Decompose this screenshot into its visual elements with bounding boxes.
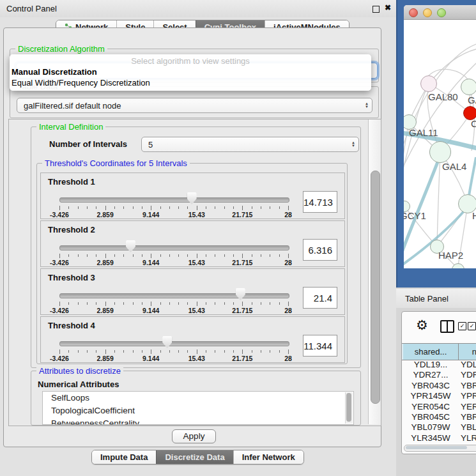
slider-thumb[interactable] [162, 336, 172, 348]
cell-name[interactable]: YER0 [461, 402, 476, 411]
slider-tick [288, 349, 289, 354]
stepper-icon: ▲▼ [348, 141, 358, 148]
gear-icon[interactable]: ⚙ [416, 318, 428, 333]
numerical-attributes-list[interactable]: SelfLoopsTopologicalCoefficientBetweenne… [42, 391, 354, 425]
cell-name[interactable]: YPR1 [461, 391, 476, 401]
attribute-list-item[interactable]: BetweennessCentrality [43, 417, 353, 425]
slider-tick [197, 206, 197, 210]
threshold-3-slider[interactable] [59, 288, 288, 301]
cell-name[interactable]: YBR0 [461, 381, 476, 390]
numerical-attributes-label: Numerical Attributes [38, 380, 119, 389]
table-row[interactable]: YDL19...YDL1 [402, 360, 476, 370]
cell-name[interactable]: YBL0 [461, 422, 476, 432]
network-node[interactable] [420, 75, 437, 92]
minimize-traffic-light-icon[interactable] [423, 8, 432, 17]
slider-track[interactable] [59, 341, 289, 346]
cell-name[interactable]: YDR2 [461, 370, 476, 380]
list-scrollbar[interactable] [345, 392, 353, 424]
slider-thumb[interactable] [236, 288, 245, 300]
network-node[interactable] [429, 141, 451, 163]
slider-tick [151, 302, 151, 306]
cell-name[interactable]: YDL1 [461, 360, 476, 369]
cell-shared-name[interactable]: YDR27... [404, 370, 457, 380]
attribute-list-item[interactable]: SelfLoops [43, 392, 353, 404]
window-title: Control Panel [6, 4, 57, 13]
slider-tick [59, 302, 60, 306]
settings-vertical-scrollbar[interactable] [368, 119, 381, 424]
threshold-3-value[interactable]: 21.4 [303, 287, 337, 309]
dropdown-option-manual[interactable]: Manual Discretization [10, 66, 371, 77]
attribute-list-item[interactable]: TopologicalCoefficient [43, 404, 353, 417]
slider-tick [242, 254, 243, 258]
tab-infer-network[interactable]: Infer Network [233, 450, 303, 464]
slider-thumb[interactable] [126, 240, 135, 252]
table-row[interactable]: YBL079WYBL0 [402, 422, 476, 433]
slider-tick [224, 350, 225, 353]
cell-shared-name[interactable]: YBR043C [404, 381, 457, 390]
threshold-4-value[interactable]: 11.344 [303, 335, 337, 357]
threshold-1-value[interactable]: 14.713 [303, 191, 337, 213]
threshold-2-value[interactable]: 6.316 [303, 239, 337, 261]
threshold-1-slider[interactable] [59, 192, 288, 205]
table-row[interactable]: YBR043CYBR0 [402, 381, 476, 391]
slider-tick [187, 254, 188, 257]
float-window-icon[interactable] [372, 6, 380, 13]
slider-tick-label: 2.859 [96, 355, 113, 362]
column-header-name[interactable]: na [459, 344, 476, 360]
slider-tick [288, 254, 289, 258]
checkbox-icon[interactable]: ✓ [468, 322, 476, 330]
checkbox-icon[interactable]: ✓ [458, 322, 466, 330]
table-row[interactable]: YER054CYER0 [402, 402, 476, 412]
cell-shared-name[interactable]: YER054C [404, 402, 457, 411]
slider-tick [133, 254, 134, 257]
threshold-1-label: Threshold 1 [48, 177, 95, 187]
dropdown-option-equal-width[interactable]: Equal Width/Frequency Discretization [10, 77, 371, 88]
close-traffic-light-icon[interactable] [409, 8, 418, 17]
slider-tick-label: 9.144 [142, 307, 159, 314]
split-columns-icon[interactable] [440, 320, 454, 333]
slider-track[interactable] [59, 245, 289, 250]
cell-shared-name[interactable]: YBL079W [404, 422, 457, 432]
number-of-intervals-combobox[interactable]: 5 ▲▼ [141, 137, 359, 152]
tab-impute-data[interactable]: Impute Data [92, 450, 156, 464]
table-row[interactable]: YPR145WYPR1 [402, 391, 476, 401]
threshold-2-slider[interactable] [59, 240, 288, 253]
slider-tick [123, 350, 124, 353]
slider-tick-label: 28 [284, 211, 292, 219]
slider-tick [252, 206, 252, 209]
network-node-label: GAL4 [442, 161, 466, 172]
table-row[interactable]: YLR345WYLR3 [402, 433, 476, 443]
network-node-label: GA [468, 95, 476, 105]
cell-name[interactable]: YLR3 [461, 433, 476, 443]
slider-track[interactable] [59, 197, 289, 203]
settings-scrollbar-thumb[interactable] [371, 171, 380, 404]
network-canvas[interactable]: GAL80GACGAL11GAL4GCY1HHAP2 [404, 20, 476, 268]
tab-discretize-data[interactable]: Discretize Data [156, 450, 233, 464]
threshold-4-slider[interactable] [59, 336, 288, 349]
column-header-shared-name[interactable]: shared... [403, 344, 459, 360]
table-data-combobox[interactable]: galFiltered.sif default node ▲▼ [17, 98, 372, 113]
table-row[interactable]: YDR27...YDR2 [402, 370, 476, 380]
network-node[interactable] [461, 79, 476, 95]
close-icon[interactable]: ✖ [385, 3, 391, 12]
table-scrollbar-thumb[interactable] [406, 446, 467, 449]
apply-button[interactable]: Apply [172, 429, 216, 443]
slider-tick [279, 254, 280, 257]
cell-shared-name[interactable]: YLR345W [404, 433, 457, 443]
slider-track[interactable] [59, 293, 289, 298]
control-panel-window: Control Panel ✖ Network Style Select Cyn… [0, 0, 396, 476]
cell-shared-name[interactable]: YBR045C [404, 412, 457, 422]
cell-shared-name[interactable]: YPR145W [404, 391, 457, 401]
slider-tick [142, 350, 142, 353]
cell-shared-name[interactable]: YDL19... [404, 360, 457, 369]
slider-thumb[interactable] [187, 192, 197, 204]
slider-tick [270, 302, 270, 305]
table-horizontal-scrollbar[interactable] [404, 445, 476, 452]
slider-tick-label: 9.144 [142, 355, 159, 362]
slider-ticks [59, 302, 288, 307]
list-scrollbar-thumb[interactable] [346, 393, 351, 422]
cell-name[interactable]: YBR0 [461, 412, 476, 422]
zoom-traffic-light-icon[interactable] [437, 8, 446, 17]
table-row[interactable]: YBR045CYBR0 [402, 412, 476, 422]
network-node-label: GAL80 [428, 91, 458, 102]
